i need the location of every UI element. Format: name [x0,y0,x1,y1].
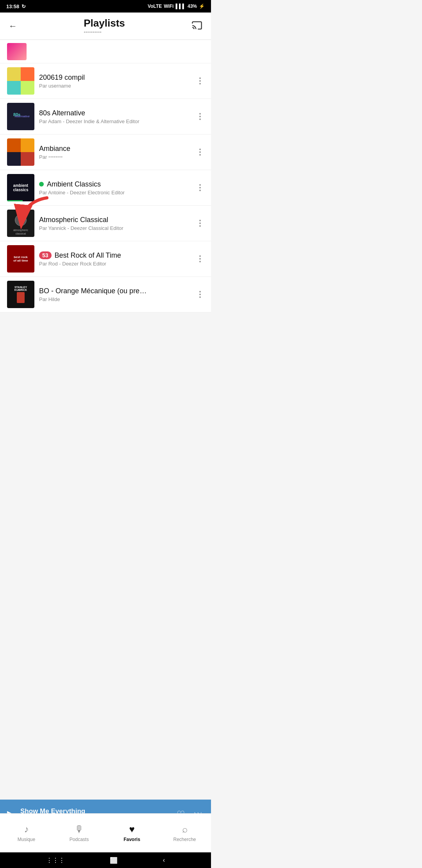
playlist-name: Best Rock of All Time [55,251,121,260]
status-left: 13:58 ↻ [6,4,26,9]
playlist-name: Atmospheric Classical [39,216,108,224]
status-bar: 13:58 ↻ VoLTE WiFi ▌▌▌ 43% ⚡ [0,0,211,13]
list-item[interactable]: ambient classics Ambient Classics Par An… [0,170,211,206]
playlist-thumb-ambient-classics: ambient classics [7,174,34,201]
list-item[interactable]: 200619 compil Par username [0,63,211,99]
battery-icon: ⚡ [199,4,205,9]
playlist-thumb-compil [7,67,34,95]
playlist-info-bo: BO - Orange Mécanique (ou pre… Par Hilde [34,287,196,302]
more-options-button[interactable] [196,76,204,86]
playlist-info-best-rock: 53 Best Rock of All Time Par Rod - Deeze… [34,251,196,267]
list-item[interactable]: 80s Alternative 80s Alternative Par Adam… [0,99,211,135]
sync-icon: ↻ [21,4,26,9]
header-subtitle: •••••••••• [84,29,125,35]
playlist-info-80s: 80s Alternative Par Adam - Deezer Indie … [34,109,196,124]
playlist-subtitle: Par Antoine - Deezer Electronic Editor [39,190,191,195]
notification-badge: 53 [39,251,52,259]
list-item[interactable]: Ambiance Par •••••••• [0,135,211,170]
playlist-info-ambiance: Ambiance Par •••••••• [34,145,196,160]
back-button[interactable]: ← [7,20,19,33]
playlist-info-ambient-classics: Ambient Classics Par Antoine - Deezer El… [34,180,196,195]
playlist-info-compil: 200619 compil Par username [34,74,196,89]
header-center: Playlists •••••••••• [84,17,125,35]
playing-progress [7,200,23,201]
more-options-button[interactable] [196,147,204,157]
playlist-subtitle: Par username [39,83,191,89]
playlist-name: 200619 compil [39,74,85,82]
time: 13:58 [6,4,19,9]
playlist-name: Ambiance [39,145,70,153]
playlist-name: BO - Orange Mécanique (ou pre… [39,287,147,295]
playlist-subtitle: Par Adam - Deezer Indie & Alternative Ed… [39,118,191,124]
partial-thumb [7,43,27,60]
playlist-thumb-best-rock: best rockof all time [7,245,34,273]
list-item[interactable]: STANLEY KUBRICK BO - Orange Mécanique (o… [0,277,211,312]
playlist-subtitle: Par Yannick - Deezer Classical Editor [39,225,191,231]
volte-icon: VoLTE [148,4,162,9]
playlist-subtitle: Par •••••••• [39,154,191,160]
list-item[interactable]: atmosphericclassical Atmospheric Classic… [0,206,211,241]
playlist-thumb-ambiance [7,138,34,166]
battery: 43% [188,4,197,9]
more-options-button[interactable] [196,111,204,122]
playlist-list: 200619 compil Par username 80s Alternati… [0,63,211,312]
playlist-name: 80s Alternative [39,109,85,117]
partial-playlist-item[interactable] [0,40,211,63]
wifi-icon: WiFi [164,4,173,9]
more-options-button[interactable] [196,289,204,299]
list-item[interactable]: best rockof all time 53 Best Rock of All… [0,241,211,277]
playlist-thumb-80s: 80s Alternative [7,103,34,130]
more-options-button[interactable] [196,183,204,193]
page-title: Playlists [84,17,125,29]
signal-icon: ▌▌▌ [175,4,186,9]
playlist-thumb-bo: STANLEY KUBRICK [7,281,34,308]
playlist-subtitle: Par Hilde [39,296,191,302]
playlist-name: Ambient Classics [47,180,101,188]
playing-indicator [39,182,44,187]
cast-button[interactable] [190,18,204,34]
playlist-info-atmospheric: Atmospheric Classical Par Yannick - Deez… [34,216,196,231]
status-right: VoLTE WiFi ▌▌▌ 43% ⚡ [148,4,205,9]
playlist-subtitle: Par Rod - Deezer Rock Editor [39,261,191,267]
more-options-button[interactable] [196,218,204,228]
app-header: ← Playlists •••••••••• [0,13,211,40]
more-options-button[interactable] [196,254,204,264]
playlist-thumb-atmospheric: atmosphericclassical [7,210,34,237]
